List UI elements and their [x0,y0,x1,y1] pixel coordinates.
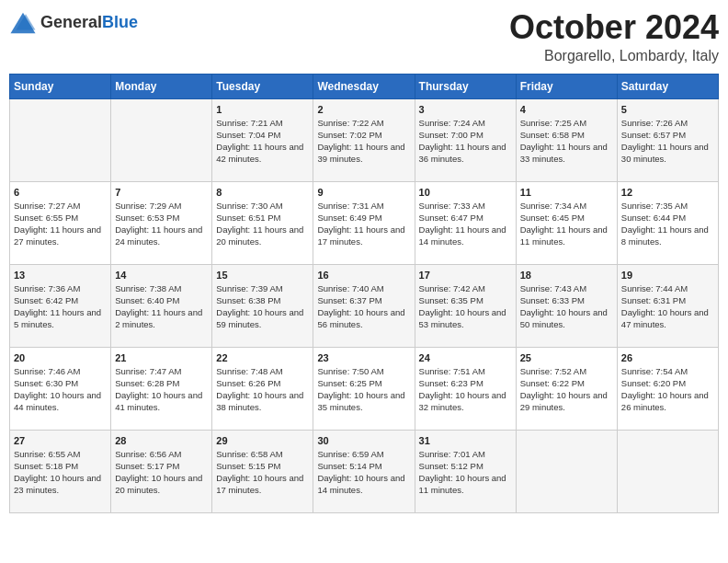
day-cell: 2Sunrise: 7:22 AMSunset: 7:02 PMDaylight… [313,98,415,181]
day-number: 10 [419,187,512,198]
day-number: 8 [216,187,309,198]
day-number: 25 [520,352,613,363]
day-info: Sunrise: 7:36 AMSunset: 6:42 PMDaylight:… [14,282,107,331]
day-info: Sunrise: 6:55 AMSunset: 5:18 PMDaylight:… [14,448,107,497]
day-number: 15 [216,270,309,281]
day-cell: 25Sunrise: 7:52 AMSunset: 6:22 PMDayligh… [516,347,617,430]
calendar-header: SundayMondayTuesdayWednesdayThursdayFrid… [10,74,719,98]
weekday-header-thursday: Thursday [415,74,516,98]
week-row-3: 13Sunrise: 7:36 AMSunset: 6:42 PMDayligh… [10,264,719,347]
weekday-header-sunday: Sunday [10,74,111,98]
day-cell: 4Sunrise: 7:25 AMSunset: 6:58 PMDaylight… [516,98,617,181]
day-cell: 26Sunrise: 7:54 AMSunset: 6:20 PMDayligh… [617,347,718,430]
day-cell: 22Sunrise: 7:48 AMSunset: 6:26 PMDayligh… [212,347,313,430]
day-number: 13 [14,270,107,281]
day-info: Sunrise: 7:29 AMSunset: 6:53 PMDaylight:… [115,200,208,248]
day-number: 20 [14,352,107,363]
day-info: Sunrise: 7:52 AMSunset: 6:22 PMDaylight:… [520,365,613,414]
day-number: 11 [520,187,613,198]
day-cell: 3Sunrise: 7:24 AMSunset: 7:00 PMDaylight… [415,98,516,181]
day-cell: 5Sunrise: 7:26 AMSunset: 6:57 PMDaylight… [617,98,718,181]
day-number: 24 [419,352,512,363]
logo: GeneralBlue [9,9,138,37]
day-cell [516,430,617,512]
day-cell: 16Sunrise: 7:40 AMSunset: 6:37 PMDayligh… [313,264,415,347]
day-info: Sunrise: 7:30 AMSunset: 6:51 PMDaylight:… [216,200,309,248]
day-info: Sunrise: 7:31 AMSunset: 6:49 PMDaylight:… [317,200,410,248]
day-info: Sunrise: 7:26 AMSunset: 6:57 PMDaylight:… [621,117,714,166]
day-number: 1 [216,104,309,115]
day-cell: 23Sunrise: 7:50 AMSunset: 6:25 PMDayligh… [313,347,415,430]
day-cell: 18Sunrise: 7:43 AMSunset: 6:33 PMDayligh… [516,264,617,347]
day-cell [111,98,212,181]
day-number: 4 [520,104,613,115]
day-info: Sunrise: 7:01 AMSunset: 5:12 PMDaylight:… [419,448,512,497]
day-number: 26 [621,352,714,363]
day-number: 23 [317,352,410,363]
day-number: 28 [115,435,208,446]
weekday-header-monday: Monday [111,74,212,98]
day-cell: 19Sunrise: 7:44 AMSunset: 6:31 PMDayligh… [617,264,718,347]
day-cell: 17Sunrise: 7:42 AMSunset: 6:35 PMDayligh… [415,264,516,347]
week-row-4: 20Sunrise: 7:46 AMSunset: 6:30 PMDayligh… [10,347,719,430]
day-number: 14 [115,270,208,281]
day-cell: 10Sunrise: 7:33 AMSunset: 6:47 PMDayligh… [415,181,516,264]
day-cell: 20Sunrise: 7:46 AMSunset: 6:30 PMDayligh… [10,347,111,430]
month-title: October 2024 [509,9,719,46]
day-cell: 28Sunrise: 6:56 AMSunset: 5:17 PMDayligh… [111,430,212,512]
day-cell: 30Sunrise: 6:59 AMSunset: 5:14 PMDayligh… [313,430,415,512]
day-info: Sunrise: 7:24 AMSunset: 7:00 PMDaylight:… [419,117,512,166]
day-info: Sunrise: 7:42 AMSunset: 6:35 PMDaylight:… [419,282,512,331]
day-info: Sunrise: 7:21 AMSunset: 7:04 PMDaylight:… [216,117,309,166]
day-info: Sunrise: 7:48 AMSunset: 6:26 PMDaylight:… [216,365,309,414]
day-number: 2 [317,104,410,115]
day-info: Sunrise: 6:56 AMSunset: 5:17 PMDaylight:… [115,448,208,497]
location-title: Borgarello, Lombardy, Italy [509,48,719,64]
day-cell: 15Sunrise: 7:39 AMSunset: 6:38 PMDayligh… [212,264,313,347]
day-cell: 27Sunrise: 6:55 AMSunset: 5:18 PMDayligh… [10,430,111,512]
calendar-body: 1Sunrise: 7:21 AMSunset: 7:04 PMDaylight… [10,98,719,512]
day-number: 9 [317,187,410,198]
day-cell: 13Sunrise: 7:36 AMSunset: 6:42 PMDayligh… [10,264,111,347]
day-cell [10,98,111,181]
day-number: 12 [621,187,714,198]
day-number: 22 [216,352,309,363]
logo-general: General [40,13,102,31]
day-info: Sunrise: 7:50 AMSunset: 6:25 PMDaylight:… [317,365,410,414]
week-row-5: 27Sunrise: 6:55 AMSunset: 5:18 PMDayligh… [10,430,719,512]
day-cell: 31Sunrise: 7:01 AMSunset: 5:12 PMDayligh… [415,430,516,512]
day-cell [617,430,718,512]
weekday-row: SundayMondayTuesdayWednesdayThursdayFrid… [10,74,719,98]
weekday-header-tuesday: Tuesday [212,74,313,98]
day-cell: 7Sunrise: 7:29 AMSunset: 6:53 PMDaylight… [111,181,212,264]
day-info: Sunrise: 7:44 AMSunset: 6:31 PMDaylight:… [621,282,714,331]
day-info: Sunrise: 7:47 AMSunset: 6:28 PMDaylight:… [115,365,208,414]
day-cell: 29Sunrise: 6:58 AMSunset: 5:15 PMDayligh… [212,430,313,512]
day-number: 16 [317,270,410,281]
day-number: 21 [115,352,208,363]
day-number: 27 [14,435,107,446]
day-number: 19 [621,270,714,281]
day-cell: 12Sunrise: 7:35 AMSunset: 6:44 PMDayligh… [617,181,718,264]
day-cell: 1Sunrise: 7:21 AMSunset: 7:04 PMDaylight… [212,98,313,181]
day-info: Sunrise: 7:25 AMSunset: 6:58 PMDaylight:… [520,117,613,166]
day-info: Sunrise: 6:59 AMSunset: 5:14 PMDaylight:… [317,448,410,497]
day-number: 30 [317,435,410,446]
day-cell: 11Sunrise: 7:34 AMSunset: 6:45 PMDayligh… [516,181,617,264]
day-number: 3 [419,104,512,115]
day-number: 17 [419,270,512,281]
day-cell: 24Sunrise: 7:51 AMSunset: 6:23 PMDayligh… [415,347,516,430]
day-info: Sunrise: 7:40 AMSunset: 6:37 PMDaylight:… [317,282,410,331]
day-info: Sunrise: 7:39 AMSunset: 6:38 PMDaylight:… [216,282,309,331]
weekday-header-friday: Friday [516,74,617,98]
weekday-header-saturday: Saturday [617,74,718,98]
day-info: Sunrise: 7:35 AMSunset: 6:44 PMDaylight:… [621,200,714,248]
day-cell: 9Sunrise: 7:31 AMSunset: 6:49 PMDaylight… [313,181,415,264]
day-cell: 14Sunrise: 7:38 AMSunset: 6:40 PMDayligh… [111,264,212,347]
week-row-1: 1Sunrise: 7:21 AMSunset: 7:04 PMDaylight… [10,98,719,181]
day-number: 31 [419,435,512,446]
calendar-table: SundayMondayTuesdayWednesdayThursdayFrid… [9,74,719,513]
day-number: 6 [14,187,107,198]
day-info: Sunrise: 7:43 AMSunset: 6:33 PMDaylight:… [520,282,613,331]
day-number: 5 [621,104,714,115]
